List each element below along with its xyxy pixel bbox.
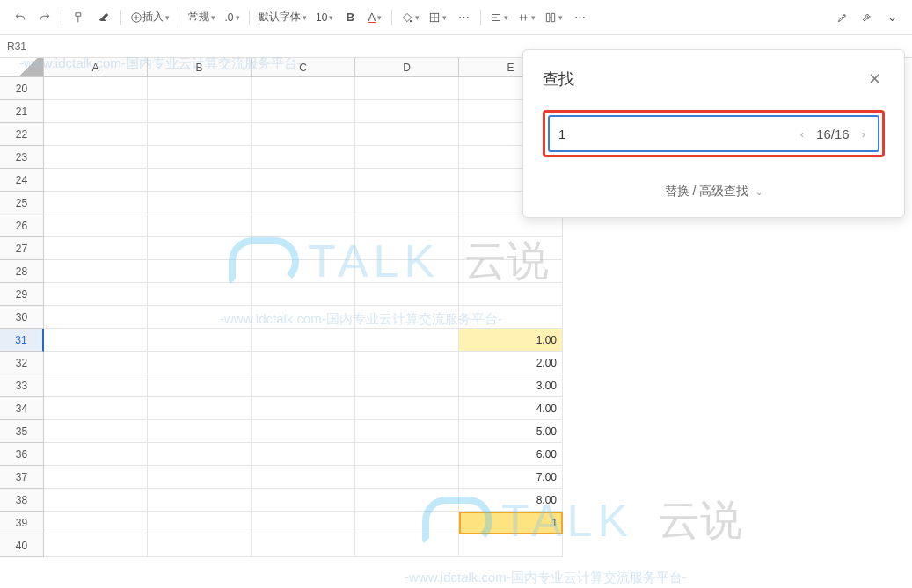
cell[interactable]: 1.00 — [459, 329, 563, 352]
row-header[interactable]: 26 — [0, 214, 44, 237]
cell[interactable] — [44, 512, 148, 534]
cell[interactable] — [252, 192, 355, 214]
row-header[interactable]: 25 — [0, 192, 44, 214]
cell[interactable] — [355, 374, 459, 397]
row-header[interactable]: 23 — [0, 146, 44, 169]
cell[interactable] — [44, 374, 148, 397]
cell[interactable] — [44, 283, 148, 306]
cell[interactable] — [355, 237, 459, 260]
row-header[interactable]: 40 — [0, 534, 44, 557]
row-header[interactable]: 28 — [0, 260, 44, 283]
cell[interactable] — [44, 489, 148, 512]
row-header[interactable]: 37 — [0, 466, 44, 489]
cell[interactable] — [252, 237, 355, 260]
borders-button[interactable]: ▾ — [425, 5, 450, 30]
row-header[interactable]: 24 — [0, 169, 44, 192]
more-align-button[interactable]: ⋯ — [568, 5, 591, 30]
row-header[interactable]: 38 — [0, 489, 44, 512]
cell[interactable] — [148, 420, 252, 443]
row-header[interactable]: 35 — [0, 420, 44, 443]
cell[interactable] — [148, 306, 252, 329]
cell[interactable]: 1 — [459, 512, 563, 534]
cell[interactable] — [252, 214, 355, 237]
cell[interactable] — [148, 512, 252, 534]
insert-button[interactable]: 插入 ▾ — [127, 5, 173, 30]
cell[interactable] — [252, 512, 355, 534]
cell[interactable] — [44, 306, 148, 329]
row-header[interactable]: 31 — [0, 329, 44, 352]
cell[interactable] — [252, 306, 355, 329]
row-header[interactable]: 21 — [0, 100, 44, 123]
font-family-button[interactable]: 默认字体 ▾ — [255, 5, 310, 30]
cell[interactable] — [355, 512, 459, 534]
cell[interactable] — [148, 123, 252, 146]
cell[interactable] — [44, 443, 148, 466]
row-header[interactable]: 36 — [0, 443, 44, 466]
replace-advanced-link[interactable]: 替换 / 高级查找 ⌄ — [665, 184, 763, 198]
cell[interactable] — [44, 237, 148, 260]
row-header[interactable]: 30 — [0, 306, 44, 329]
cell[interactable] — [355, 420, 459, 443]
cell[interactable]: 8.00 — [459, 489, 563, 512]
cell[interactable]: 5.00 — [459, 420, 563, 443]
cell[interactable] — [355, 466, 459, 489]
cell[interactable] — [148, 329, 252, 352]
merge-button[interactable]: ▾ — [541, 5, 566, 30]
column-header[interactable]: B — [148, 58, 252, 77]
row-header[interactable]: 27 — [0, 237, 44, 260]
cell[interactable] — [148, 100, 252, 123]
cell[interactable] — [148, 397, 252, 420]
cell[interactable] — [252, 466, 355, 489]
column-header[interactable]: A — [44, 58, 148, 77]
cell[interactable] — [44, 466, 148, 489]
undo-button[interactable] — [9, 5, 32, 30]
cell[interactable] — [252, 283, 355, 306]
row-header[interactable]: 39 — [0, 512, 44, 534]
row-header[interactable]: 22 — [0, 123, 44, 146]
cell[interactable] — [355, 77, 459, 100]
cell[interactable] — [148, 466, 252, 489]
cell[interactable] — [355, 192, 459, 214]
cell[interactable] — [252, 489, 355, 512]
fill-color-button[interactable]: ▾ — [398, 5, 423, 30]
cell[interactable]: 2.00 — [459, 352, 563, 374]
cell[interactable] — [44, 260, 148, 283]
cell[interactable] — [252, 260, 355, 283]
cell[interactable] — [252, 352, 355, 374]
cell[interactable] — [355, 260, 459, 283]
cell[interactable] — [148, 374, 252, 397]
cell[interactable] — [252, 169, 355, 192]
cell[interactable] — [252, 123, 355, 146]
cell[interactable] — [44, 123, 148, 146]
cell[interactable] — [252, 100, 355, 123]
cell[interactable] — [355, 352, 459, 374]
row-header[interactable]: 20 — [0, 77, 44, 100]
highlight-button[interactable] — [831, 5, 854, 30]
cell[interactable] — [355, 214, 459, 237]
cell[interactable] — [148, 214, 252, 237]
cell[interactable] — [44, 100, 148, 123]
cell[interactable] — [355, 489, 459, 512]
cell[interactable] — [355, 397, 459, 420]
bold-button[interactable]: B — [339, 5, 361, 30]
cell[interactable] — [148, 443, 252, 466]
find-input[interactable] — [558, 127, 790, 142]
cell[interactable] — [459, 534, 563, 557]
cell[interactable] — [148, 352, 252, 374]
row-header[interactable]: 29 — [0, 283, 44, 306]
font-size-button[interactable]: 10 ▾ — [312, 5, 337, 30]
cell[interactable] — [148, 192, 252, 214]
column-header[interactable]: D — [355, 58, 459, 77]
column-header[interactable]: C — [252, 58, 355, 77]
name-box[interactable]: R31 — [7, 40, 42, 53]
cell[interactable] — [44, 169, 148, 192]
cell[interactable] — [252, 77, 355, 100]
close-button[interactable]: ✕ — [865, 66, 885, 92]
cell[interactable] — [355, 169, 459, 192]
number-format-button[interactable]: 常规 ▾ — [185, 5, 219, 30]
cell[interactable] — [355, 146, 459, 169]
cell[interactable] — [148, 283, 252, 306]
cell[interactable] — [355, 306, 459, 329]
row-header[interactable]: 32 — [0, 352, 44, 374]
cell[interactable] — [459, 283, 563, 306]
